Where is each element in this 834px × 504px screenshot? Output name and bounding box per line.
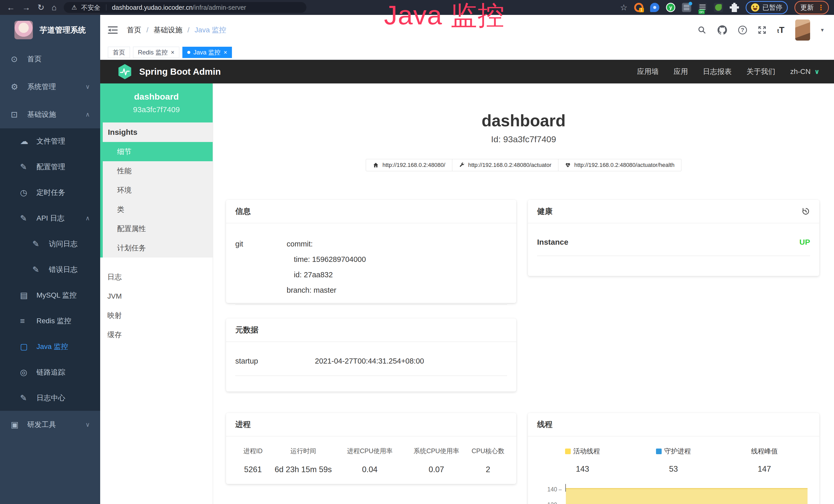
browser-menu-kebab-icon[interactable]: ⋮: [817, 3, 825, 12]
paused-label: 已暂停: [762, 3, 782, 12]
wrench-icon: [459, 162, 465, 168]
nav-item-logs[interactable]: 日志: [100, 267, 213, 287]
gear-icon: ⚙: [11, 82, 27, 92]
info-card: 信息 git commit: time: 1596289704000 id: 2…: [226, 200, 516, 303]
sidebar-item-java-monitor[interactable]: ▢ Java 监控: [0, 334, 100, 360]
emoji-face-icon: [751, 3, 759, 12]
reload-icon[interactable]: ↻: [38, 3, 44, 12]
browser-extension-icon[interactable]: [650, 3, 659, 12]
sba-main-content: dashboard Id: 93a3fc7f7409 http://192.16…: [213, 84, 834, 504]
briefcase-icon: ▣: [11, 420, 27, 430]
sidebar-item-label: 基础设施: [27, 110, 56, 119]
sidebar-item-access-logs[interactable]: ✎ 访问日志: [0, 231, 100, 257]
browser-update-button[interactable]: 更新 ⋮: [794, 1, 829, 15]
history-icon[interactable]: [802, 207, 810, 216]
nav-item-jvm[interactable]: JVM: [100, 287, 213, 306]
endpoint-health-url[interactable]: http://192.168.0.2:48080/actuator/health: [558, 159, 681, 171]
sidebar-item-api-logs[interactable]: ✎ API 日志 ∧: [0, 205, 100, 231]
sidebar-item-file-mgmt[interactable]: ☁ 文件管理: [0, 129, 100, 154]
sidebar-item-label: Redis 监控: [37, 316, 71, 326]
nav-item-environment[interactable]: 环境: [103, 181, 213, 200]
threads-chart-plot: [565, 484, 810, 504]
sidebar-item-log-center[interactable]: ✎ 日志中心: [0, 385, 100, 411]
browser-extension-icon[interactable]: 1: [634, 3, 643, 12]
user-avatar[interactable]: [795, 20, 810, 41]
tags-view: 首页 Redis 监控 × Java 监控 ×: [100, 45, 834, 60]
process-value-sys-cpu: 0.07: [404, 465, 469, 474]
nav-item-caches[interactable]: 缓存: [100, 325, 213, 344]
address-bar[interactable]: ⚠ 不安全 dashboard.yudao.iocoder.cn/infra/a…: [64, 2, 306, 13]
paused-extension-pill[interactable]: 已暂停: [746, 1, 788, 14]
process-table: 进程ID 5261 运行时间 6d 23h 15m 59s 进程CPU使用率 0…: [235, 447, 507, 474]
sba-app-header[interactable]: dashboard 93a3fc7f7409: [100, 84, 213, 122]
sidebar-item-label: 首页: [27, 54, 42, 64]
browser-extension-icon[interactable]: on: [698, 3, 707, 12]
font-size-icon[interactable]: tT: [777, 25, 785, 35]
chevron-up-icon: ∧: [85, 215, 90, 222]
sidebar-item-label: 研发工具: [27, 420, 56, 430]
edit-icon: ✎: [32, 239, 49, 249]
nav-item-details[interactable]: 细节: [100, 142, 213, 161]
sidebar-item-home[interactable]: ⊙ 首页: [0, 45, 100, 73]
sidebar-item-mysql-monitor[interactable]: ▤ MySQL 监控: [0, 282, 100, 308]
app-logo-row[interactable]: 芋道管理系统: [0, 15, 100, 45]
browser-extension-icon[interactable]: [682, 3, 691, 12]
back-icon[interactable]: ←: [7, 3, 15, 12]
threads-chart: 140 120 100: [537, 484, 810, 504]
cloud-icon: ☁: [20, 136, 37, 146]
github-icon[interactable]: [717, 25, 727, 35]
sidebar-item-tracing[interactable]: ◎ 链路追踪: [0, 360, 100, 385]
sba-brand-title[interactable]: Spring Boot Admin: [139, 67, 221, 77]
health-card-title: 健康: [537, 206, 552, 217]
close-icon[interactable]: ×: [223, 49, 227, 56]
sba-nav-journal[interactable]: 日志报表: [703, 67, 732, 76]
collapse-sidebar-icon[interactable]: [108, 26, 118, 34]
nav-item-classes[interactable]: 类: [103, 200, 213, 219]
sidebar-item-dev-tools[interactable]: ▣ 研发工具 ∨: [0, 411, 100, 438]
sba-nav-applications[interactable]: 应用: [674, 67, 688, 76]
tag-java-monitor[interactable]: Java 监控 ×: [182, 47, 232, 58]
user-caret-down-icon[interactable]: ▾: [821, 27, 824, 33]
close-icon[interactable]: ×: [171, 49, 174, 56]
sidebar-item-scheduled-tasks[interactable]: ◷ 定时任务: [0, 180, 100, 205]
search-icon[interactable]: [698, 26, 706, 35]
browser-home-icon[interactable]: ⌂: [52, 3, 57, 12]
info-key: git: [235, 236, 287, 298]
nav-item-mappings[interactable]: 映射: [100, 306, 213, 325]
sba-nav-about[interactable]: 关于我们: [747, 67, 775, 76]
process-header-cpus: CPU核心数: [469, 447, 507, 455]
breadcrumb-infrastructure[interactable]: 基础设施: [154, 25, 182, 35]
chevron-up-icon: ∧: [85, 111, 90, 118]
sba-nav-wallboard[interactable]: 应用墙: [637, 67, 659, 76]
browser-extension-icon[interactable]: [714, 3, 723, 12]
sidebar-item-infrastructure[interactable]: ⊡ 基础设施 ∧: [0, 101, 100, 129]
edit-icon: ✎: [20, 393, 37, 403]
health-instance-label: Instance: [537, 238, 568, 247]
nav-item-config-props[interactable]: 配置属性: [103, 219, 213, 238]
sidebar-item-config-mgmt[interactable]: ✎ 配置管理: [0, 154, 100, 180]
daemon-threads-label: 守护进程: [664, 447, 691, 456]
tag-home[interactable]: 首页: [108, 47, 130, 58]
sba-locale-select[interactable]: zh-CN ∨: [790, 68, 820, 76]
edit-icon: ✎: [20, 213, 37, 223]
forward-icon[interactable]: →: [22, 3, 30, 12]
eye-icon: ◎: [20, 367, 37, 377]
help-icon[interactable]: ?: [738, 26, 747, 35]
nav-item-scheduled-tasks[interactable]: 计划任务: [103, 238, 213, 257]
nav-item-metrics[interactable]: 性能: [103, 161, 213, 181]
endpoint-actuator-url[interactable]: http://192.168.0.2:48080/actuator: [452, 159, 558, 171]
bookmark-star-icon[interactable]: ☆: [620, 3, 628, 12]
sidebar-item-error-logs[interactable]: ✎ 错误日志: [0, 257, 100, 282]
browser-extension-icon[interactable]: y: [666, 3, 675, 12]
sidebar-item-label: 定时任务: [37, 188, 65, 198]
breadcrumb-home[interactable]: 首页: [127, 25, 141, 35]
sba-logo-icon[interactable]: [118, 64, 132, 79]
app-title: 芋道管理系统: [40, 25, 86, 36]
sidebar-item-redis-monitor[interactable]: ≡ Redis 监控: [0, 308, 100, 334]
tag-redis-monitor[interactable]: Redis 监控 ×: [133, 47, 179, 58]
extensions-puzzle-icon[interactable]: [730, 3, 739, 12]
fullscreen-icon[interactable]: [758, 26, 766, 35]
info-value: commit: time: 1596289704000 id: 27aa832 …: [287, 236, 507, 298]
sidebar-item-system-mgmt[interactable]: ⚙ 系统管理 ∨: [0, 73, 100, 101]
endpoint-service-url[interactable]: http://192.168.0.2:48080/: [366, 159, 452, 171]
